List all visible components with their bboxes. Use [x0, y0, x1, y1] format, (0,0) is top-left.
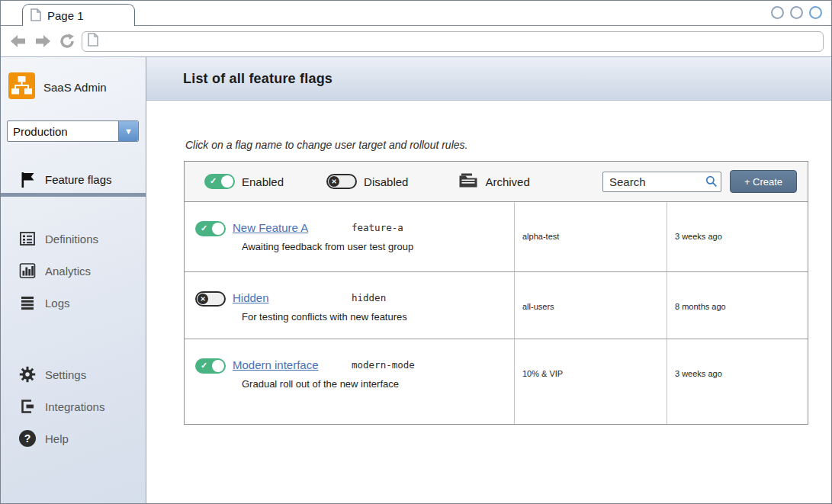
sidebar-item-integrations[interactable]: Integrations — [1, 390, 146, 422]
table-row: ✕ Hidden hidden For testing conflicts wi… — [185, 271, 808, 339]
main-content: Click on a flag name to change user targ… — [146, 101, 831, 503]
disabled-toggle-icon[interactable]: ✕ — [326, 174, 357, 189]
flag-target-cell: all-users — [514, 272, 667, 339]
sidebar-item-settings[interactable]: Settings — [1, 358, 146, 390]
help-icon: ? — [18, 430, 37, 447]
flag-cell: ✓ New Feature A feature-a Awaiting feedb… — [185, 202, 514, 271]
sidebar-nav: Feature flags Definitions Analytics — [1, 163, 146, 454]
flag-updated-cell: 3 weeks ago — [667, 339, 808, 424]
integrations-icon — [18, 398, 37, 415]
refresh-button[interactable] — [57, 31, 77, 51]
table-row: ✓ New Feature A feature-a Awaiting feedb… — [185, 201, 808, 271]
browser-tab[interactable]: Page 1 — [22, 4, 135, 26]
window-controls — [771, 6, 822, 19]
sidebar-item-feature-flags[interactable]: Feature flags — [1, 163, 146, 193]
sidebar-item-label: Analytics — [45, 265, 91, 278]
flag-enabled-toggle[interactable]: ✓ — [195, 358, 226, 374]
sidebar-item-help[interactable]: ? Help — [1, 422, 146, 454]
filter-archived[interactable]: Archived — [458, 172, 529, 191]
flag-icon — [18, 171, 37, 188]
page-title: List of all feature flags — [183, 71, 332, 87]
analytics-icon — [18, 262, 37, 279]
feature-flags-table: ✓ Enabled ✕ Disabled — [184, 161, 808, 425]
address-bar[interactable] — [82, 31, 824, 52]
filter-disabled[interactable]: ✕ Disabled — [326, 174, 408, 189]
sidebar-item-label: Definitions — [45, 233, 98, 246]
flag-name-link[interactable]: Hidden — [233, 291, 352, 304]
flag-updated-cell: 8 months ago — [667, 272, 808, 339]
brand: SaaS Admin — [1, 57, 146, 111]
app-logo-icon — [8, 72, 36, 103]
main-header: List of all feature flags — [146, 57, 831, 101]
sidebar-item-label: Integrations — [45, 400, 104, 413]
archive-folder-icon — [458, 172, 478, 191]
nav-spacer — [1, 197, 146, 223]
environment-value: Production — [8, 121, 118, 141]
flag-name-link[interactable]: New Feature A — [233, 221, 352, 234]
flag-description: For testing conflicts with new features — [233, 311, 514, 323]
browser-toolbar — [1, 26, 831, 57]
enabled-toggle-icon[interactable]: ✓ — [204, 174, 235, 189]
sidebar: SaaS Admin Production ▼ Feature flags — [1, 57, 146, 503]
flags-hint-text: Click on a flag name to change user targ… — [185, 139, 808, 151]
filter-enabled[interactable]: ✓ Enabled — [204, 174, 284, 189]
search-input[interactable] — [602, 172, 721, 192]
tab-title: Page 1 — [47, 9, 84, 22]
filter-enabled-label: Enabled — [242, 175, 284, 188]
back-button[interactable] — [8, 31, 28, 51]
page-icon — [31, 8, 41, 24]
flag-target-cell: alpha-test — [514, 202, 667, 271]
gear-icon — [18, 366, 37, 383]
window-control-3[interactable] — [809, 6, 822, 19]
filter-archived-label: Archived — [485, 175, 529, 188]
flag-updated-cell: 3 weeks ago — [667, 202, 808, 271]
sidebar-item-definitions[interactable]: Definitions — [1, 223, 146, 255]
flag-name-link[interactable]: Modern interface — [233, 358, 352, 371]
forward-button[interactable] — [33, 31, 53, 51]
table-row: ✓ Modern interface modern-mode Gradual r… — [185, 339, 808, 424]
tab-strip: Page 1 — [1, 1, 831, 26]
filter-disabled-label: Disabled — [364, 175, 408, 188]
flag-enabled-toggle[interactable]: ✓ — [195, 221, 226, 236]
create-flag-button[interactable]: + Create — [730, 170, 797, 193]
flag-description: Awaiting feedback from user test group — [233, 241, 514, 252]
flag-key: modern-mode — [352, 359, 415, 371]
flag-target-cell: 10% & VIP — [514, 339, 667, 424]
address-page-icon — [88, 33, 98, 50]
window-control-1[interactable] — [771, 6, 784, 19]
flag-disabled-toggle[interactable]: ✕ — [195, 291, 226, 307]
sidebar-item-logs[interactable]: Logs — [1, 287, 146, 319]
app-area: SaaS Admin Production ▼ Feature flags — [1, 57, 831, 503]
sidebar-item-label: Help — [45, 432, 69, 445]
environment-select[interactable]: Production ▼ — [7, 120, 139, 142]
chevron-down-icon: ▼ — [118, 121, 138, 141]
sidebar-item-analytics[interactable]: Analytics — [1, 255, 146, 287]
browser-window: Page 1 — [0, 0, 832, 504]
flag-cell: ✓ Modern interface modern-mode Gradual r… — [185, 339, 514, 424]
logs-icon — [18, 294, 37, 311]
sidebar-item-label: Settings — [45, 368, 86, 381]
nav-group-gap — [1, 319, 146, 358]
sidebar-item-label: Feature flags — [45, 173, 112, 186]
main-area: List of all feature flags Click on a fla… — [146, 57, 831, 503]
flag-key: hidden — [352, 292, 386, 303]
search-icon — [705, 175, 718, 191]
app-name: SaaS Admin — [43, 81, 107, 94]
table-filter-bar: ✓ Enabled ✕ Disabled — [185, 162, 808, 201]
definitions-icon — [18, 230, 37, 247]
flag-description: Gradual roll out of the new interface — [233, 378, 514, 390]
flag-key: feature-a — [352, 222, 403, 233]
flag-cell: ✕ Hidden hidden For testing conflicts wi… — [185, 272, 514, 339]
search-box — [602, 172, 721, 192]
window-control-2[interactable] — [790, 6, 803, 19]
sidebar-item-label: Logs — [45, 297, 70, 310]
